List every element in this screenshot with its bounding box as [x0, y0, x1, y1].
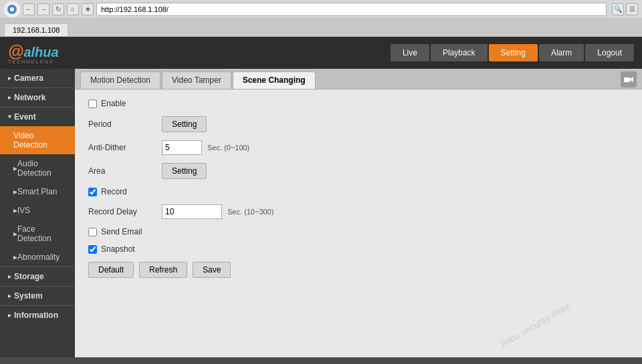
browser-menu-button[interactable]: ☰ [626, 3, 638, 15]
save-button[interactable]: Save [193, 262, 231, 278]
forward-button[interactable]: → [37, 3, 49, 15]
sidebar-item-system-label: System [14, 291, 43, 301]
period-row: Period Setting [88, 116, 629, 132]
sidebar-item-system[interactable]: ▸ System [0, 287, 75, 305]
app-header: @ alhua TECHNOLOGY Live Playback Setting… [0, 37, 642, 69]
sidebar-item-abnormality-label: Abnormality [17, 252, 60, 262]
record-row: Record [88, 187, 629, 196]
anti-dither-input[interactable] [162, 140, 202, 155]
logo-text: alhua [23, 45, 58, 60]
refresh-button[interactable]: Refresh [139, 262, 187, 278]
tab-scene-changing[interactable]: Scene Changing [233, 71, 316, 89]
tab-motion-detection[interactable]: Motion Detection [80, 71, 160, 89]
storage-arrow-icon: ▸ [8, 273, 11, 280]
refresh-browser-button[interactable]: ↻ [52, 3, 64, 15]
bookmark-button[interactable]: ★ [82, 3, 94, 15]
snapshot-row: Snapshot [88, 244, 629, 254]
area-control: Setting [162, 163, 207, 179]
record-delay-control: Sec. (10~300) [162, 204, 274, 219]
browser-logo [4, 1, 20, 17]
sidebar-item-network-label: Network [14, 93, 45, 102]
sidebar-item-audio-detection-label: Audio Detection [17, 159, 70, 178]
header-nav: Live Playback Setting Alarm Logout [391, 44, 634, 61]
svg-point-1 [10, 7, 14, 11]
sidebar-item-video-detection[interactable]: Video Detection [0, 126, 75, 154]
sidebar-item-camera[interactable]: ▸ Camera [0, 69, 75, 87]
home-button[interactable]: ⌂ [67, 3, 79, 15]
alarm-button[interactable]: Alarm [539, 44, 584, 61]
network-arrow-icon: ▸ [8, 94, 11, 101]
send-email-row: Send Email [88, 227, 629, 236]
sidebar-item-storage-label: Storage [14, 272, 44, 281]
watermark-text: Jinbu security store [497, 301, 572, 350]
main-content: ▸ Camera ▸ Network ▸ Event Video Detecti… [0, 69, 642, 357]
tab-video-tamper[interactable]: Video Tamper [162, 71, 231, 89]
svg-marker-3 [630, 77, 633, 82]
playback-button[interactable]: Playback [431, 44, 488, 61]
record-delay-hint: Sec. (10~300) [227, 208, 274, 216]
brand-name: @ alhua [8, 42, 59, 61]
sidebar-item-storage[interactable]: ▸ Storage [0, 267, 75, 286]
anti-dither-hint: Sec. (0~100) [207, 144, 249, 152]
snapshot-label: Snapshot [101, 244, 135, 254]
period-setting-button[interactable]: Setting [162, 116, 207, 132]
back-button[interactable]: ← [23, 3, 35, 15]
record-checkbox[interactable] [88, 188, 97, 196]
send-email-label: Send Email [101, 227, 142, 236]
browser-toolbar: ← → ↻ ⌂ ★ 🔍 ☰ [0, 0, 642, 19]
page-content: Motion Detection Video Tamper Scene Chan… [75, 69, 642, 357]
anti-dither-row: Anti-Dither Sec. (0~100) [88, 140, 629, 155]
sidebar-item-camera-label: Camera [14, 73, 43, 83]
information-arrow-icon: ▸ [8, 312, 11, 319]
bottom-buttons: Default Refresh Save [88, 262, 629, 278]
sidebar-item-face-detection-label: Face Detection [17, 224, 70, 243]
anti-dither-control: Sec. (0~100) [162, 140, 249, 155]
tab-bar: Motion Detection Video Tamper Scene Chan… [75, 69, 642, 89]
sidebar-item-face-detection[interactable]: ▸ Face Detection [0, 220, 75, 248]
sidebar-item-information-label: Information [14, 311, 58, 320]
area-setting-button[interactable]: Setting [162, 163, 207, 179]
anti-dither-label: Anti-Dither [88, 143, 162, 152]
period-control: Setting [162, 116, 207, 132]
logout-button[interactable]: Logout [585, 44, 634, 61]
area-row: Area Setting [88, 163, 629, 179]
record-label: Record [101, 187, 127, 196]
camera-right-icon [621, 71, 637, 87]
enable-row: Enable [88, 99, 629, 108]
form-area: Enable Period Setting Anti-Dither Sec. (… [75, 89, 642, 357]
sidebar-item-abnormality[interactable]: ▸ Abnormality [0, 248, 75, 266]
live-button[interactable]: Live [391, 44, 429, 61]
logo-wrap: @ alhua TECHNOLOGY [8, 42, 59, 64]
browser-chrome: ← → ↻ ⌂ ★ 🔍 ☰ 192.168.1.108 [0, 0, 642, 37]
app-container: @ alhua TECHNOLOGY Live Playback Setting… [0, 37, 642, 357]
record-delay-input[interactable] [162, 204, 222, 219]
setting-button[interactable]: Setting [489, 44, 538, 61]
sidebar-item-network[interactable]: ▸ Network [0, 88, 75, 107]
sidebar-item-event[interactable]: ▸ Event [0, 108, 75, 126]
address-bar[interactable] [96, 3, 607, 16]
area-label: Area [88, 166, 162, 176]
browser-tabs: 192.168.1.108 [0, 19, 642, 36]
system-arrow-icon: ▸ [8, 293, 11, 299]
record-delay-row: Record Delay Sec. (10~300) [88, 204, 629, 219]
enable-checkbox[interactable] [88, 100, 97, 108]
sidebar-item-smart-plan[interactable]: ▸ Smart Plan [0, 182, 75, 201]
browser-tab[interactable]: 192.168.1.108 [4, 23, 68, 36]
snapshot-checkbox[interactable] [88, 245, 97, 254]
app-logo: @ alhua TECHNOLOGY [8, 42, 59, 64]
sidebar-item-ivs[interactable]: ▸ IVS [0, 201, 75, 220]
svg-rect-2 [624, 77, 630, 82]
sidebar-item-smart-plan-label: Smart Plan [17, 187, 57, 196]
sidebar-item-information[interactable]: ▸ Information [0, 306, 75, 325]
default-button[interactable]: Default [88, 262, 134, 278]
event-arrow-icon: ▸ [7, 116, 13, 119]
send-email-checkbox[interactable] [88, 228, 97, 236]
camera-arrow-icon: ▸ [8, 75, 11, 81]
sidebar-item-ivs-label: IVS [17, 206, 30, 215]
record-delay-label: Record Delay [88, 207, 162, 216]
period-label: Period [88, 120, 162, 129]
enable-label: Enable [101, 99, 126, 108]
sidebar-item-audio-detection[interactable]: ▸ Audio Detection [0, 154, 75, 182]
sidebar-item-video-detection-label: Video Detection [13, 131, 70, 150]
search-browser-button[interactable]: 🔍 [612, 3, 624, 15]
